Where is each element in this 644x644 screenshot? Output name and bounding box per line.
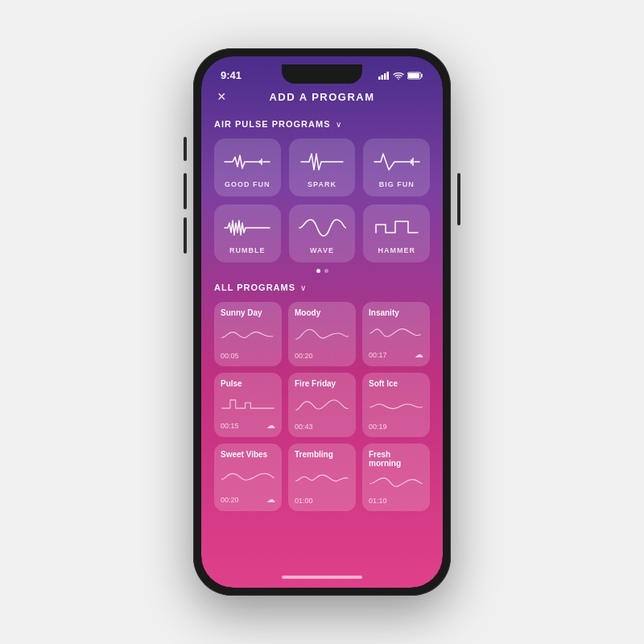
trembling-footer: 01:00 xyxy=(295,497,349,505)
insanity-cloud-icon: ☁ xyxy=(415,349,423,360)
page-dots xyxy=(214,269,430,273)
battery-icon xyxy=(407,72,423,80)
phone-inner: 9:41 xyxy=(201,56,443,588)
pulse-wave xyxy=(221,391,275,417)
sweet-vibes-time: 00:20 xyxy=(221,496,239,504)
air-pulse-title: AIR PULSE PROGRAMS xyxy=(214,119,331,129)
pulse-card-wave[interactable]: WAVE xyxy=(289,204,356,262)
fire-friday-footer: 00:43 xyxy=(295,423,349,431)
phone-outer: 9:41 xyxy=(193,48,451,596)
wave-label: WAVE xyxy=(310,246,334,254)
wifi-icon xyxy=(393,72,404,80)
good-fun-label: GOOD FUN xyxy=(225,180,270,188)
sunny-day-wave xyxy=(221,320,275,349)
good-fun-icon xyxy=(223,150,271,174)
btn-left-3 xyxy=(184,217,187,254)
sweet-vibes-name: Sweet Vibes xyxy=(221,450,275,459)
pulse-card-spark[interactable]: SPARK xyxy=(289,138,356,196)
program-card-soft-ice[interactable]: Soft Ice 00:19 xyxy=(362,373,430,437)
signal-icon xyxy=(378,72,390,80)
soft-ice-name: Soft Ice xyxy=(369,379,423,388)
soft-ice-time: 00:19 xyxy=(369,423,387,431)
program-card-pulse[interactable]: Pulse 00:15 ☁ xyxy=(214,373,282,437)
btn-left-1 xyxy=(184,137,187,161)
btn-left-2 xyxy=(184,173,187,209)
programs-grid: Sunny Day 00:05 M xyxy=(214,302,430,511)
fresh-morning-name: Fresh morning xyxy=(369,450,423,468)
trembling-wave xyxy=(295,462,349,493)
big-fun-icon xyxy=(373,150,421,174)
phone-screen: 9:41 xyxy=(201,56,443,588)
pulse-time: 00:15 xyxy=(221,422,239,430)
soft-ice-wave xyxy=(369,391,423,419)
program-card-insanity[interactable]: Insanity 00:17 ☁ xyxy=(362,302,430,366)
header: × ADD A PROGRAM xyxy=(201,85,443,113)
svg-rect-0 xyxy=(378,76,381,80)
insanity-time: 00:17 xyxy=(369,351,387,359)
btn-right xyxy=(457,173,460,225)
fresh-morning-wave xyxy=(369,471,423,493)
program-card-trembling[interactable]: Trembling 01:00 xyxy=(288,444,356,511)
insanity-name: Insanity xyxy=(369,308,423,317)
svg-rect-1 xyxy=(382,75,384,80)
air-pulse-grid: GOOD FUN SPARK xyxy=(214,138,430,262)
big-fun-label: BIG FUN xyxy=(379,180,415,188)
svg-rect-6 xyxy=(408,73,419,78)
rumble-label: RUMBLE xyxy=(229,246,266,254)
fire-friday-wave xyxy=(295,391,349,419)
fresh-morning-footer: 01:10 xyxy=(369,497,423,505)
moody-footer: 00:20 xyxy=(295,352,349,360)
all-programs-chevron: ∨ xyxy=(300,283,306,292)
moody-wave xyxy=(295,320,349,349)
moody-name: Moody xyxy=(295,308,349,317)
status-time: 9:41 xyxy=(221,69,242,81)
trembling-time: 01:00 xyxy=(295,497,313,505)
sunny-day-name: Sunny Day xyxy=(221,308,275,317)
all-programs-section: ALL PROGRAMS ∨ Sunny Day xyxy=(214,283,430,511)
hammer-label: HAMMER xyxy=(378,246,415,254)
pulse-card-good-fun[interactable]: GOOD FUN xyxy=(214,138,281,196)
pulse-card-rumble[interactable]: RUMBLE xyxy=(214,204,281,262)
hammer-icon xyxy=(373,216,421,240)
wave-icon xyxy=(298,216,346,240)
pulse-cloud-icon: ☁ xyxy=(266,420,275,431)
pulse-card-big-fun[interactable]: BIG FUN xyxy=(363,138,430,196)
content-scroll[interactable]: AIR PULSE PROGRAMS ∨ xyxy=(201,113,443,572)
program-card-moody[interactable]: Moody 00:20 xyxy=(288,302,356,366)
home-indicator xyxy=(201,572,443,588)
program-card-fresh-morning[interactable]: Fresh morning 01:10 xyxy=(362,444,430,511)
sunny-day-footer: 00:05 xyxy=(221,352,275,360)
dot-1 xyxy=(316,269,320,273)
moody-time: 00:20 xyxy=(295,352,313,360)
svg-rect-2 xyxy=(384,73,386,80)
program-card-fire-friday[interactable]: Fire Friday 00:43 xyxy=(288,373,356,437)
rumble-icon xyxy=(223,216,271,240)
sweet-vibes-wave xyxy=(221,462,275,491)
svg-point-4 xyxy=(398,78,399,80)
spark-icon xyxy=(298,150,346,174)
sweet-vibes-cloud-icon: ☁ xyxy=(266,494,275,505)
sunny-day-time: 00:05 xyxy=(221,352,239,360)
page-title: ADD A PROGRAM xyxy=(269,91,374,103)
program-card-sweet-vibes[interactable]: Sweet Vibes 00:20 ☁ xyxy=(214,444,282,511)
all-programs-title: ALL PROGRAMS xyxy=(214,283,295,292)
status-icons xyxy=(378,72,423,80)
svg-rect-3 xyxy=(387,72,390,80)
all-programs-header[interactable]: ALL PROGRAMS ∨ xyxy=(214,283,430,292)
insanity-wave xyxy=(369,320,423,346)
trembling-name: Trembling xyxy=(295,450,349,459)
air-pulse-chevron: ∨ xyxy=(336,120,341,129)
pulse-name: Pulse xyxy=(221,379,275,388)
air-pulse-section: AIR PULSE PROGRAMS ∨ xyxy=(214,119,430,273)
home-bar xyxy=(282,576,362,579)
insanity-footer: 00:17 ☁ xyxy=(369,349,423,360)
fire-friday-name: Fire Friday xyxy=(295,379,349,388)
program-card-sunny-day[interactable]: Sunny Day 00:05 xyxy=(214,302,282,366)
pulse-footer: 00:15 ☁ xyxy=(221,420,275,431)
pulse-card-hammer[interactable]: HAMMER xyxy=(363,204,430,262)
fire-friday-time: 00:43 xyxy=(295,423,313,431)
air-pulse-header[interactable]: AIR PULSE PROGRAMS ∨ xyxy=(214,119,430,129)
close-button[interactable]: × xyxy=(217,89,226,105)
notch xyxy=(282,64,362,84)
sweet-vibes-footer: 00:20 ☁ xyxy=(221,494,275,505)
